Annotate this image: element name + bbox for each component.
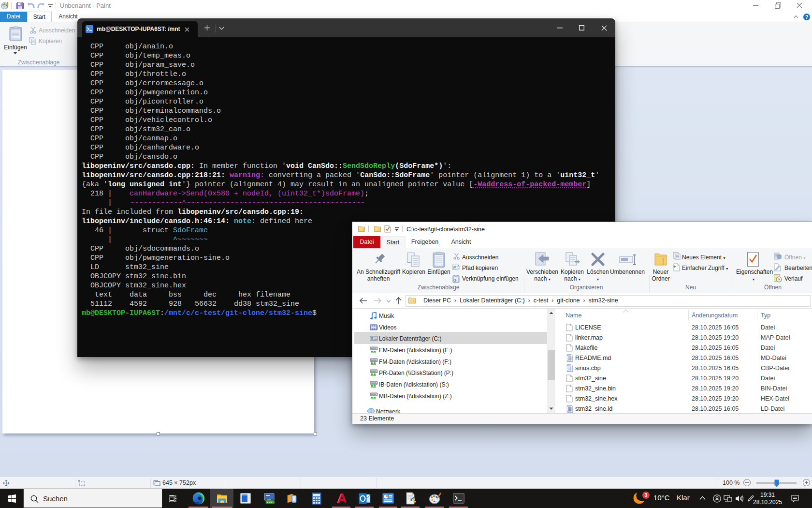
- svg-text:M: M: [344, 501, 347, 505]
- svg-text:W: W: [453, 266, 456, 269]
